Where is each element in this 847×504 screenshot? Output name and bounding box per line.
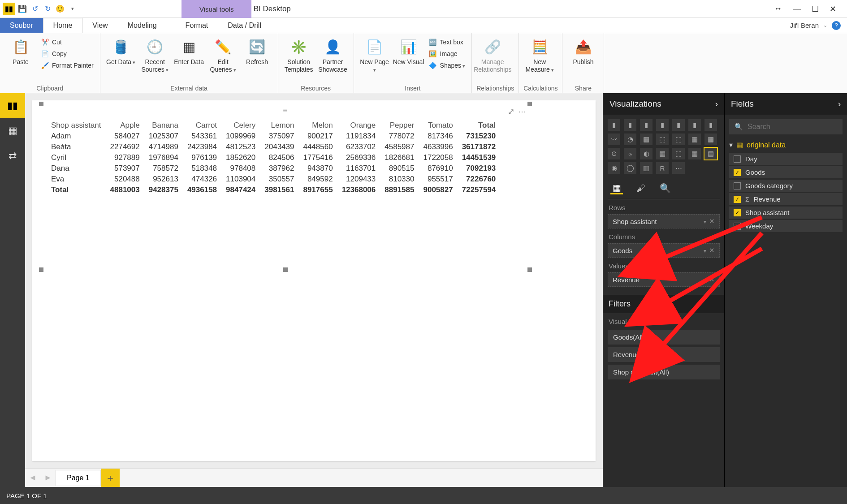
remove-icon[interactable]: ✕	[709, 217, 715, 225]
add-page-button[interactable]: ＋	[101, 469, 120, 487]
chevron-down-icon[interactable]: ⌄	[823, 22, 827, 28]
viz-type-11[interactable]: ⬚	[672, 134, 685, 145]
viz-type-8[interactable]: ◔	[624, 134, 636, 145]
manage-relationships-button[interactable]: 🔗Manage Relationships	[476, 35, 509, 73]
expand-icon[interactable]: ▾	[729, 141, 733, 149]
field-weekday[interactable]: Weekday	[729, 220, 843, 232]
values-well-item[interactable]: Revenue▾✕	[608, 272, 720, 287]
new-measure-button[interactable]: 🧮New Measure	[523, 35, 556, 73]
resize-grip-icon[interactable]: ↔	[774, 4, 782, 14]
filter-revenue[interactable]: Revenue(All)	[608, 347, 720, 362]
tab-home[interactable]: Home	[43, 18, 83, 33]
tab-file[interactable]: Soubor	[0, 18, 43, 33]
shapes-button[interactable]: 🔷Shapes	[427, 60, 467, 71]
filters-header[interactable]: Filters	[603, 295, 724, 313]
edit-queries-button[interactable]: ✏️Edit Queries	[207, 35, 239, 73]
chevron-down-icon[interactable]: ▾	[704, 248, 706, 254]
solution-templates-button[interactable]: ✳️Solution Templates	[283, 35, 315, 73]
checkbox-icon[interactable]	[734, 155, 741, 163]
viz-type-25[interactable]: ⋯	[672, 162, 685, 174]
viz-type-13[interactable]: ▦	[704, 134, 717, 145]
data-view-button[interactable]: ▦	[0, 118, 25, 143]
page-tab-1[interactable]: Page 1	[56, 470, 101, 486]
chevron-right-icon[interactable]: ›	[715, 99, 718, 109]
report-canvas[interactable]: ≡ ⤢ ⋯ Shop assistantAppleBananaCarrotCel…	[32, 100, 596, 461]
minimize-button[interactable]: —	[793, 4, 801, 14]
viz-type-7[interactable]: 〰	[608, 134, 620, 145]
fields-header[interactable]: Fields›	[725, 93, 847, 115]
report-view-button[interactable]: ▮▮	[0, 93, 25, 118]
page-next-button[interactable]: ►	[40, 473, 56, 482]
chevron-right-icon[interactable]: ›	[838, 99, 841, 109]
viz-type-21[interactable]: ◉	[608, 162, 620, 174]
viz-type-24[interactable]: R	[656, 162, 669, 174]
tab-data-drill[interactable]: Data / Drill	[218, 18, 271, 33]
fields-search[interactable]: 🔍	[729, 119, 843, 134]
viz-type-10[interactable]: ⬚	[656, 134, 669, 145]
viz-type-0[interactable]: ▮	[608, 119, 620, 131]
redo-icon[interactable]: ↻	[42, 4, 53, 14]
publish-button[interactable]: 📤Publish	[567, 35, 599, 66]
viz-type-2[interactable]: ▮	[640, 119, 653, 131]
viz-type-23[interactable]: ▥	[640, 162, 653, 174]
search-input[interactable]	[748, 123, 837, 131]
recent-sources-button[interactable]: 🕘Recent Sources	[139, 35, 171, 73]
viz-type-14[interactable]: ⊙	[608, 148, 620, 159]
chevron-down-icon[interactable]: ▾	[704, 277, 706, 283]
viz-type-15[interactable]: ⟐	[624, 148, 636, 159]
get-data-button[interactable]: 🛢️Get Data	[105, 35, 137, 66]
field-goods-category[interactable]: Goods category	[729, 180, 843, 192]
viz-type-6[interactable]: ▮	[704, 119, 717, 131]
resize-handle[interactable]	[527, 267, 532, 272]
remove-icon[interactable]: ✕	[709, 246, 715, 254]
tab-format[interactable]: Format	[176, 18, 218, 33]
more-options-icon[interactable]: ⋯	[518, 107, 526, 116]
new-visual-button[interactable]: 📊New Visual	[393, 35, 425, 66]
field-revenue[interactable]: ✓ΣRevenue	[729, 193, 843, 205]
field-shop-assistant[interactable]: ✓Shop assistant	[729, 207, 843, 219]
text-box-button[interactable]: 🔤Text box	[427, 37, 467, 47]
viz-type-19[interactable]: ▦	[688, 148, 701, 159]
viz-type-3[interactable]: ▮	[656, 119, 669, 131]
format-tab[interactable]: 🖌	[635, 182, 647, 194]
close-button[interactable]: ✕	[830, 4, 836, 14]
field-day[interactable]: Day	[729, 153, 843, 165]
remove-icon[interactable]: ✕	[709, 276, 715, 283]
checkbox-icon[interactable]: ✓	[734, 169, 741, 176]
viz-type-5[interactable]: ▮	[688, 119, 701, 131]
cut-button[interactable]: ✂️Cut	[39, 37, 95, 47]
analytics-tab[interactable]: 🔍	[659, 182, 671, 194]
maximize-button[interactable]: ☐	[812, 4, 819, 14]
rows-well-item[interactable]: Shop assistant▾✕	[608, 214, 720, 228]
filter-shop-assistant[interactable]: Shop assistant(All)	[608, 365, 720, 379]
viz-type-20[interactable]: ▤	[704, 148, 717, 159]
help-icon[interactable]: ?	[832, 21, 841, 30]
enter-data-button[interactable]: ▦Enter Data	[173, 35, 205, 66]
drag-handle-icon[interactable]: ≡	[283, 107, 288, 115]
chevron-down-icon[interactable]: ▾	[704, 219, 706, 225]
viz-type-16[interactable]: ◐	[640, 148, 653, 159]
save-icon[interactable]: 💾	[17, 4, 28, 14]
tab-view[interactable]: View	[82, 18, 117, 33]
partner-showcase-button[interactable]: 👤Partner Showcase	[317, 35, 349, 73]
field-goods[interactable]: ✓Goods	[729, 166, 843, 178]
qat-dropdown-icon[interactable]: ▾	[67, 4, 78, 14]
model-view-button[interactable]: ⇄	[0, 143, 25, 168]
viz-type-4[interactable]: ▮	[672, 119, 685, 131]
undo-icon[interactable]: ↺	[30, 4, 40, 14]
new-page-button[interactable]: 📄New Page	[359, 35, 391, 73]
refresh-button[interactable]: 🔄Refresh	[241, 35, 273, 66]
focus-mode-icon[interactable]: ⤢	[508, 107, 514, 116]
matrix-visual[interactable]: ≡ ⤢ ⋯ Shop assistantAppleBananaCarrotCel…	[41, 104, 530, 270]
viz-type-9[interactable]: ▦	[640, 134, 653, 145]
checkbox-icon[interactable]	[734, 223, 741, 230]
resize-handle[interactable]	[39, 102, 43, 106]
format-painter-button[interactable]: 🖌️Format Painter	[39, 60, 95, 71]
checkbox-icon[interactable]: ✓	[734, 196, 741, 203]
visualizations-header[interactable]: Visualizations›	[603, 93, 724, 115]
viz-type-1[interactable]: ▮	[624, 119, 636, 131]
smiley-icon[interactable]: 🙂	[55, 4, 65, 14]
checkbox-icon[interactable]: ✓	[734, 209, 741, 216]
page-prev-button[interactable]: ◄	[25, 473, 40, 482]
paste-button[interactable]: 📋Paste	[4, 35, 37, 66]
